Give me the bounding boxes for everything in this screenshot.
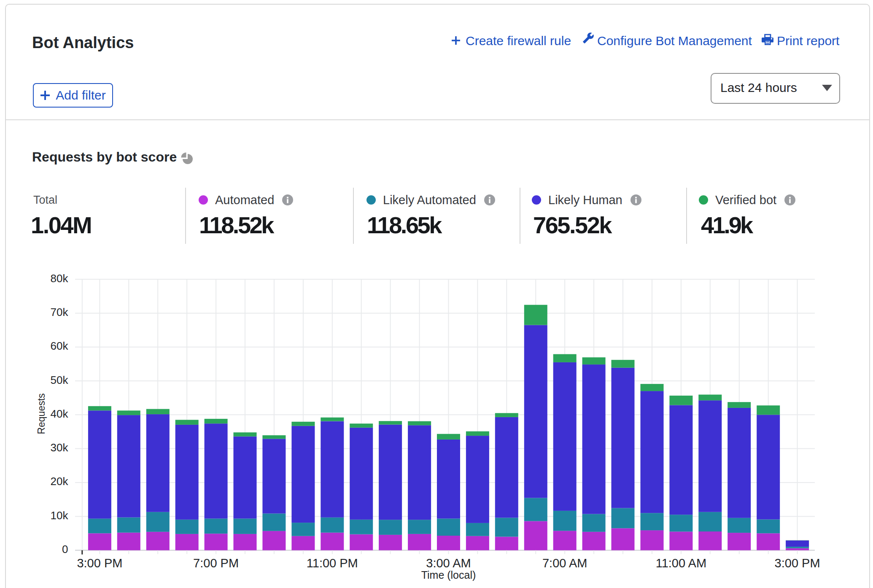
svg-text:7:00 PM: 7:00 PM — [193, 556, 239, 570]
svg-text:60k: 60k — [51, 340, 69, 352]
svg-text:Time (local): Time (local) — [421, 569, 476, 581]
svg-text:80k: 80k — [51, 272, 69, 285]
svg-text:3:00 PM: 3:00 PM — [775, 556, 820, 570]
svg-text:11:00 AM: 11:00 AM — [656, 556, 706, 570]
svg-text:40k: 40k — [51, 407, 69, 420]
svg-text:11:00 PM: 11:00 PM — [307, 556, 358, 570]
svg-text:50k: 50k — [51, 374, 69, 386]
svg-text:10k: 10k — [51, 509, 69, 522]
svg-text:0: 0 — [62, 543, 68, 556]
svg-text:3:00 AM: 3:00 AM — [426, 556, 471, 570]
svg-text:3:00 PM: 3:00 PM — [77, 556, 122, 570]
svg-text:70k: 70k — [51, 306, 69, 318]
svg-text:30k: 30k — [51, 441, 69, 454]
svg-text:7:00 AM: 7:00 AM — [542, 556, 587, 570]
svg-text:20k: 20k — [51, 475, 69, 488]
svg-text:Requests: Requests — [36, 393, 47, 434]
